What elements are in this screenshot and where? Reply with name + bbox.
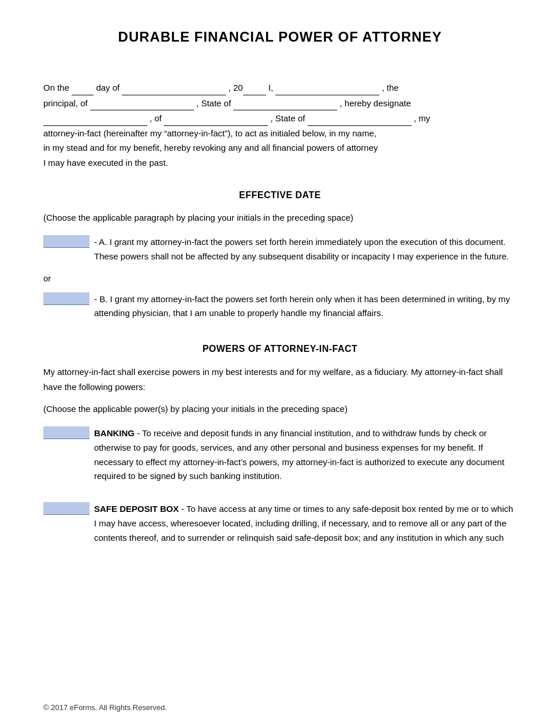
intro-hereby-designate: , hereby designate [339, 98, 410, 108]
option-a-block: - A. I grant my attorney-in-fact the pow… [43, 235, 517, 264]
banking-block: BANKING - To receive and deposit funds i… [43, 426, 517, 484]
option-a-text: - A. I grant my attorney-in-fact the pow… [94, 235, 517, 264]
attorney-state-field[interactable] [308, 110, 412, 126]
option-b-initials[interactable] [43, 292, 89, 305]
option-a-initials[interactable] [43, 235, 89, 248]
safe-deposit-block: SAFE DEPOSIT BOX - To have access at any… [43, 502, 517, 545]
option-b-block: - B. I grant my attorney-in-fact the pow… [43, 292, 517, 321]
principal-address-field[interactable] [90, 95, 194, 111]
option-b-text: - B. I grant my attorney-in-fact the pow… [94, 292, 517, 321]
safe-deposit-initials[interactable] [43, 502, 89, 515]
document-page: DURABLE FINANCIAL POWER OF ATTORNEY On t… [0, 0, 560, 728]
effective-date-title: EFFECTIVE DATE [43, 190, 517, 200]
intro-the: , the [382, 83, 398, 92]
intro-day-of: day of [96, 83, 120, 92]
effective-date-choose-note: (Choose the applicable paragraph by plac… [43, 211, 517, 225]
powers-title: POWERS OF ATTORNEY-IN-FACT [43, 344, 517, 354]
powers-choose-note: (Choose the applicable power(s) by placi… [43, 402, 517, 416]
banking-label: BANKING [94, 428, 135, 438]
intro-comma-20: , 20 [229, 83, 243, 92]
intro-line5: in my stead and for my benefit, hereby r… [43, 143, 378, 153]
safe-deposit-label: SAFE DEPOSIT BOX [94, 504, 179, 514]
intro-of: , of [150, 113, 162, 123]
intro-principal-of: principal, of [43, 98, 88, 108]
intro-my: , my [414, 113, 430, 123]
attorney-name-field[interactable] [43, 110, 147, 126]
or-separator: or [43, 273, 517, 283]
attorney-address-field[interactable] [164, 110, 268, 126]
month-field[interactable] [122, 80, 226, 95]
banking-text: BANKING - To receive and deposit funds i… [94, 426, 517, 484]
banking-body: - To receive and deposit funds in any fi… [94, 428, 505, 481]
effective-date-section: EFFECTIVE DATE (Choose the applicable pa… [43, 190, 517, 321]
intro-state-of-1: , State of [196, 98, 231, 108]
banking-initials[interactable] [43, 426, 89, 439]
principal-name-field[interactable] [275, 80, 379, 95]
powers-intro: My attorney-in-fact shall exercise power… [43, 365, 517, 394]
intro-on-the: On the [43, 83, 69, 92]
powers-section: POWERS OF ATTORNEY-IN-FACT My attorney-i… [43, 344, 517, 545]
intro-state-of-2: , State of [270, 113, 305, 123]
intro-line6: I may have executed in the past. [43, 158, 168, 168]
year-field[interactable] [243, 80, 266, 95]
footer-copyright: © 2017 eForms. All Rights Reserved. [43, 703, 167, 712]
document-title: DURABLE FINANCIAL POWER OF ATTORNEY [43, 29, 517, 45]
intro-paragraph: On the day of , 20 I, , the principal, o… [43, 80, 517, 170]
day-field[interactable] [72, 80, 94, 95]
intro-line4: attorney-in-fact (hereinafter my “attorn… [43, 128, 376, 138]
safe-deposit-text: SAFE DEPOSIT BOX - To have access at any… [94, 502, 517, 545]
principal-state-field[interactable] [233, 95, 337, 111]
intro-i: I, [268, 83, 273, 92]
